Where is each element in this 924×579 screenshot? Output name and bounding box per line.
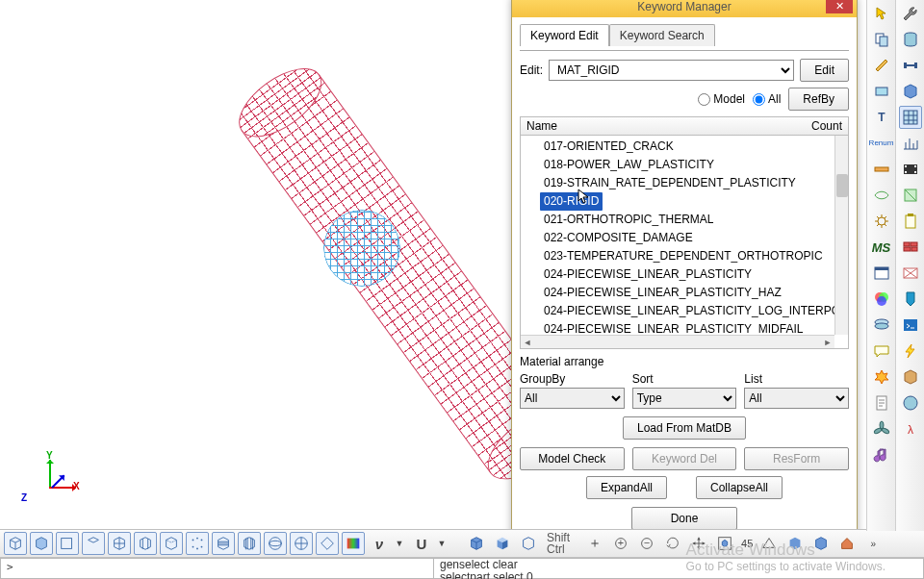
tool-badge-icon[interactable] <box>899 288 922 311</box>
dialog-titlebar[interactable]: Keyword Manager ✕ <box>512 0 857 17</box>
tool-burst-icon[interactable] <box>870 365 893 389</box>
keyword-select[interactable]: MAT_RIGID <box>549 60 794 81</box>
tab-keyword-search[interactable]: Keyword Search <box>609 24 715 46</box>
list-vscrollbar[interactable] <box>834 136 848 335</box>
tool-report-icon[interactable] <box>870 391 893 415</box>
resform-button[interactable]: ResForm <box>744 447 849 470</box>
tool-bricks-icon[interactable] <box>899 236 922 259</box>
load-matdb-button[interactable]: Load From MatDB <box>623 416 746 440</box>
cube-points-icon[interactable] <box>186 532 209 555</box>
3d-viewport[interactable]: Y X Z <box>0 0 510 529</box>
done-button[interactable]: Done <box>631 507 738 530</box>
chevron-down-icon-2[interactable]: ▼ <box>430 532 453 555</box>
command-input[interactable]: > <box>0 558 433 579</box>
perspective-icon[interactable] <box>757 532 781 555</box>
list-header[interactable]: Name Count <box>520 116 849 136</box>
tool-window-icon[interactable] <box>870 262 893 285</box>
cube-view-3-icon[interactable] <box>56 532 79 555</box>
tool-clear-icon[interactable] <box>899 262 922 285</box>
color-ramp-icon[interactable] <box>342 532 365 555</box>
radio-all[interactable]: All <box>753 92 781 106</box>
groupby-select[interactable]: All <box>520 388 625 409</box>
keyword-del-button[interactable]: Keyword Del <box>632 447 737 470</box>
tool-section-icon[interactable] <box>870 158 893 181</box>
keyword-list[interactable]: 017-ORIENTED_CRACK018-POWER_LAW_PLASTICI… <box>520 136 849 349</box>
cube-grid-icon[interactable] <box>108 532 131 555</box>
scroll-right-icon[interactable]: ► <box>821 336 834 349</box>
list-hscrollbar[interactable]: ◄ ► <box>521 335 834 348</box>
tool-ms-icon[interactable]: MS <box>870 236 893 259</box>
tool-sphere2-icon[interactable] <box>899 391 922 415</box>
tool-music-icon[interactable] <box>870 443 893 466</box>
tool-package-icon[interactable] <box>899 365 922 389</box>
tool-cylinder-icon[interactable] <box>899 28 922 51</box>
pan-icon[interactable] <box>687 532 710 555</box>
keyword-item[interactable]: 017-ORIENTED_CRACK <box>540 138 848 156</box>
collapse-all-button[interactable]: CollapseAll <box>696 476 783 499</box>
sort-select[interactable]: Type <box>632 388 737 409</box>
home-icon[interactable] <box>835 532 859 555</box>
zoom-plus-icon[interactable]: ＋ <box>583 532 606 555</box>
expand-all-button[interactable]: ExpandAll <box>586 476 667 499</box>
keyword-item[interactable]: 022-COMPOSITE_DAMAGE <box>540 229 848 247</box>
tool-gear-icon[interactable] <box>870 210 893 233</box>
tool-layers-icon[interactable] <box>870 314 893 337</box>
keyword-item[interactable]: 024-PIECEWISE_LINEAR_PLASTICITY_LOG_INTE… <box>540 302 848 320</box>
keyword-item[interactable]: 018-POWER_LAW_PLASTICITY <box>540 156 848 174</box>
refby-button[interactable]: RefBy <box>788 88 849 111</box>
radio-model[interactable]: Model <box>698 92 745 106</box>
cube-blue2-icon[interactable] <box>809 532 833 555</box>
tool-mesh-icon[interactable] <box>870 184 893 207</box>
cube-dense-icon[interactable] <box>212 532 235 555</box>
tool-wrench-icon[interactable] <box>899 2 922 25</box>
cube-3d-icon[interactable] <box>517 532 540 555</box>
tool-clip-icon[interactable] <box>899 184 922 207</box>
zoom-target-minus-icon[interactable]: − <box>635 532 658 555</box>
tool-select-icon[interactable] <box>870 2 893 25</box>
cube-dense2-icon[interactable] <box>238 532 261 555</box>
sphere-icon[interactable] <box>264 532 287 555</box>
tool-film-icon[interactable] <box>899 158 922 181</box>
tool-renum-icon[interactable]: Renum <box>870 132 893 155</box>
tool-copy-icon[interactable] <box>870 28 893 51</box>
tool-chart-icon[interactable] <box>899 132 922 155</box>
list-select[interactable]: All <box>744 388 849 409</box>
tool-fan-icon[interactable] <box>870 417 893 441</box>
tool-grid-selected-icon[interactable] <box>899 106 922 129</box>
tool-clipboard-icon[interactable] <box>899 210 922 233</box>
keyword-item[interactable]: 021-ORTHOTROPIC_THERMAL <box>540 211 848 229</box>
keyword-item[interactable]: 024-PIECEWISE_LINEAR_PLASTICITY <box>540 265 848 284</box>
diamond-icon[interactable] <box>316 532 339 555</box>
tool-dumbbell-icon[interactable] <box>899 54 922 77</box>
keyword-item[interactable]: 024-PIECEWISE_LINEAR_PLASTICITY_HAZ <box>540 284 848 302</box>
tool-plane-icon[interactable] <box>870 80 893 103</box>
tool-terminal-icon[interactable] <box>899 314 922 337</box>
solid-iso-icon[interactable] <box>30 532 53 555</box>
zoom-target-plus-icon[interactable]: + <box>609 532 632 555</box>
fit-cube-icon[interactable] <box>713 532 736 555</box>
close-icon[interactable]: ✕ <box>826 0 853 13</box>
wireframe-iso-icon[interactable] <box>4 532 27 555</box>
solid-cube-icon[interactable] <box>465 532 488 555</box>
tool-annotate-icon[interactable] <box>870 54 893 77</box>
tool-text-icon[interactable]: T <box>870 106 893 129</box>
tab-keyword-edit[interactable]: Keyword Edit <box>520 24 609 46</box>
cube-blue-icon[interactable] <box>783 532 807 555</box>
cube-hidden-icon[interactable] <box>160 532 183 555</box>
sphere-grid-icon[interactable] <box>290 532 313 555</box>
model-check-button[interactable]: Model Check <box>520 447 625 470</box>
keyword-item[interactable]: 020-RIGID <box>540 192 603 211</box>
shaded-cube-icon[interactable] <box>491 532 514 555</box>
tool-flash-icon[interactable] <box>899 340 922 363</box>
rotate-icon[interactable] <box>661 532 684 555</box>
tool-lambda-icon[interactable]: λ <box>899 417 922 441</box>
chevron-down-icon[interactable]: ▼ <box>388 532 411 555</box>
tool-box-icon[interactable] <box>899 80 922 103</box>
edit-button[interactable]: Edit <box>800 59 849 82</box>
cube-view-4-icon[interactable] <box>82 532 105 555</box>
scroll-left-icon[interactable]: ◄ <box>521 336 534 349</box>
tool-chat-icon[interactable] <box>870 340 893 363</box>
tool-rgb-icon[interactable] <box>870 288 893 311</box>
toolbar-more-icon[interactable]: » <box>861 532 885 555</box>
cube-grid2-icon[interactable] <box>134 532 157 555</box>
